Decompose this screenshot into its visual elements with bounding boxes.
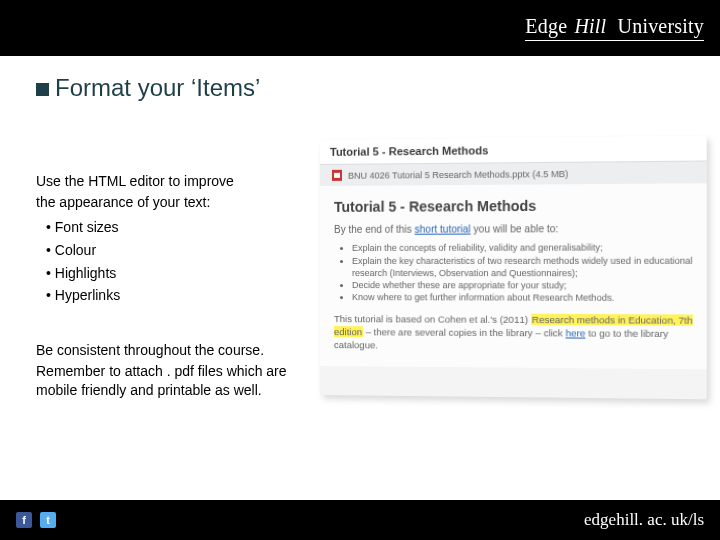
preview-lead: By the end of this short tutorial you wi… (334, 221, 694, 236)
intro-line-2: the appearance of your text: (36, 193, 301, 212)
attachment-note: Remember to attach . pdf files which are… (36, 362, 301, 400)
list-item: Hyperlinks (46, 284, 301, 307)
list-item: Colour (46, 239, 301, 262)
preview-bullet-list: Explain the concepts of reliability, val… (334, 242, 694, 305)
catalogue-link[interactable]: here (566, 327, 586, 338)
list-item: Know where to get further information ab… (352, 291, 694, 304)
preview-body-heading: Tutorial 5 - Research Methods (334, 196, 694, 217)
title-bullet-icon (36, 83, 49, 96)
footer-url: edgehill. ac. uk/ls (584, 510, 704, 530)
content-preview: Tutorial 5 - Research Methods BNU 4026 T… (320, 136, 707, 400)
attachment-row[interactable]: BNU 4026 Tutorial 5 Research Methods.ppt… (320, 162, 707, 186)
list-item: Explain the concepts of reliability, val… (352, 242, 694, 255)
list-item: Font sizes (46, 216, 301, 239)
twitter-icon[interactable]: t (40, 512, 56, 528)
slide-title: Format your ‘Items’ (36, 74, 260, 102)
list-item: Explain the key characteristics of two r… (352, 254, 694, 279)
left-column: Use the HTML editor to improve the appea… (36, 170, 301, 402)
short-tutorial-link[interactable]: short tutorial (415, 223, 471, 234)
consistency-note: Be consistent throughout the course. (36, 341, 301, 360)
preview-body: Tutorial 5 - Research Methods By the end… (320, 183, 707, 369)
title-text: Format your ‘Items’ (55, 74, 260, 101)
preview-paragraph: This tutorial is based on Cohen et al.'s… (334, 313, 694, 354)
attachment-label: BNU 4026 Tutorial 5 Research Methods.ppt… (348, 168, 568, 180)
facebook-icon[interactable]: f (16, 512, 32, 528)
preview-header: Tutorial 5 - Research Methods (320, 136, 707, 165)
intro-line-1: Use the HTML editor to improve (36, 172, 301, 191)
list-item: Highlights (46, 262, 301, 285)
list-item: Decide whether these are appropriate for… (352, 279, 694, 292)
file-icon (332, 170, 342, 181)
brand-univ: University (618, 15, 704, 37)
footer: f t edgehill. ac. uk/ls (0, 500, 720, 540)
brand-logo: Edge Hill University (525, 15, 704, 41)
social-icons: f t (16, 512, 56, 528)
format-bullet-list: Font sizes Colour Highlights Hyperlinks (36, 216, 301, 308)
brand-edge: Edge (525, 15, 567, 37)
brand-hill: Hill (574, 15, 606, 37)
topbar: Edge Hill University (0, 0, 720, 56)
